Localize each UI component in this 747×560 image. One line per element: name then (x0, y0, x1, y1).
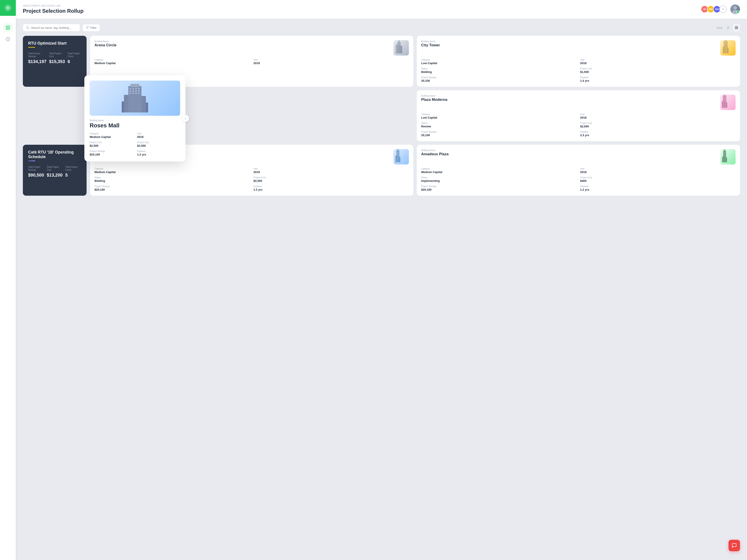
amadeus-category: Category Medium Capital (421, 167, 577, 174)
roses-cost2: Project Cost $2,500 (137, 141, 180, 148)
amadeus-label: Building Name (421, 149, 449, 152)
svg-rect-72 (724, 150, 725, 151)
plaza-savings-value: 20,100 (421, 134, 577, 137)
roses-name: Roses Mall (89, 122, 180, 129)
amadeus-year-value: 2019 (580, 170, 736, 174)
stat-savings-1: Total Project Savings $134,197 (28, 52, 46, 64)
svg-rect-40 (141, 96, 146, 112)
amadeus-status: Status Implementing (421, 176, 577, 183)
sidebar-item-dashboard[interactable] (3, 23, 13, 32)
svg-rect-47 (129, 90, 131, 91)
summary-stats-1: Total Project Savings $134,197 Total Pro… (28, 52, 81, 64)
svg-rect-19 (735, 28, 736, 29)
roses-year-label: Year (137, 132, 180, 135)
svg-rect-37 (128, 86, 141, 112)
plaza-payback: Payback 2.3 yrs (580, 131, 736, 137)
svg-rect-43 (129, 88, 131, 89)
stat-label-savings: Total Project Savings (28, 52, 46, 58)
roses-mall-expanded-card[interactable]: Building Name Roses Mall Category Medium… (84, 75, 185, 161)
search-input-wrap[interactable] (23, 24, 80, 31)
plaza-savings-label: Project Savings (421, 131, 577, 133)
svg-rect-34 (726, 43, 727, 43)
view-toggle: View (716, 24, 740, 31)
east-year-value: 2019 (254, 170, 409, 174)
plaza-label: Building Name (421, 95, 447, 97)
city-details: Category Low Capital Year 2018 Status Bi… (421, 59, 736, 82)
plaza-payback-value: 2.3 yrs (580, 134, 736, 137)
east-cat-value: Medium Capital (95, 170, 250, 174)
grid-view-button[interactable] (733, 24, 740, 31)
svg-rect-64 (397, 149, 399, 151)
plaza-image (720, 95, 736, 110)
svg-rect-75 (723, 153, 724, 153)
svg-rect-26 (399, 43, 400, 44)
chat-button[interactable] (728, 540, 740, 551)
city-cat-value: Low Capital (421, 61, 577, 65)
stat2-label-cost: Total Project Cost (47, 166, 63, 171)
svg-rect-41 (122, 102, 124, 112)
sidebar-item-history[interactable] (3, 34, 13, 44)
amadeus-info: Building Name Amadeus Plaza (421, 149, 449, 156)
plaza-cost-label: Project Cost (580, 122, 736, 124)
svg-rect-17 (735, 26, 736, 27)
user-avatar[interactable] (730, 4, 740, 14)
stat-value-cost: $15,353 (49, 59, 65, 64)
city-image (720, 40, 736, 56)
svg-rect-62 (725, 99, 726, 100)
svg-rect-74 (726, 157, 727, 162)
plaza-moderna-card[interactable]: Building Name Plaza Moderna (417, 90, 740, 141)
svg-rect-52 (132, 93, 134, 94)
amadeus-status-value: Implementing (421, 179, 577, 183)
svg-rect-5 (8, 28, 10, 29)
svg-rect-61 (723, 99, 724, 100)
city-tower-card[interactable]: Building Name City Tower (417, 36, 740, 87)
arena-details: Category Medium Capital Year 2019 (95, 59, 409, 65)
east-status: Status Bidding (95, 176, 250, 183)
stat-count-2: Total Project Count 5 (65, 166, 81, 178)
view-label: View (716, 26, 722, 29)
roses-year: Year 2019 (137, 132, 180, 139)
expand-next-button[interactable]: › (182, 115, 189, 122)
svg-point-9 (27, 27, 29, 29)
roses-savings: Project Savings $20,100 (89, 150, 133, 156)
east-payback: Payback 1.2 yrs (254, 185, 409, 191)
plaza-payback-label: Payback (580, 131, 736, 133)
arena-info: Building Name Arena Circle (95, 40, 117, 48)
svg-rect-77 (723, 154, 724, 155)
svg-rect-38 (130, 84, 139, 87)
plaza-status-label: Status (421, 122, 577, 124)
amadeus-header: Building Name Amadeus Plaza (421, 149, 736, 164)
plaza-year: Year 2018 (580, 113, 736, 119)
stat2-label-count: Total Project Count (65, 166, 81, 171)
svg-point-7 (733, 6, 737, 10)
stat-cost-1: Total Project Cost $15,353 (49, 52, 65, 64)
arena-category-label: Category (95, 59, 250, 61)
list-view-button[interactable] (724, 24, 731, 31)
search-input[interactable] (31, 26, 77, 29)
amadeus-card[interactable]: Building Name Amadeus Plaza (417, 145, 740, 196)
amadeus-payback-label: Payback (580, 185, 736, 188)
header: INVESTMENT DECISION LAB Project Selectio… (16, 0, 747, 19)
city-cost-value: $1,500 (580, 70, 736, 74)
east-payback-label: Payback (254, 185, 409, 188)
svg-rect-68 (398, 152, 399, 153)
svg-rect-60 (725, 97, 726, 98)
summary-title-1: RTU Optimized Start (28, 41, 81, 46)
stat-count-1: Total Project Count 6 (68, 52, 81, 64)
header-right: IN BH DH + (701, 4, 740, 14)
app-logo[interactable] (0, 0, 16, 16)
projects-row-1: RTU Optimized Start Total Project Saving… (23, 36, 740, 87)
east-category: Category Medium Capital (95, 167, 250, 174)
svg-rect-48 (132, 90, 134, 91)
add-member-button[interactable]: + (719, 5, 727, 13)
stat-label-cost: Total Project Cost (49, 52, 65, 58)
svg-rect-49 (135, 90, 137, 91)
plaza-info: Building Name Plaza Moderna (421, 95, 447, 102)
city-cost: Project Cost $1,500 (580, 68, 736, 74)
roses-cost1-value: $2,500 (89, 144, 133, 148)
plaza-year-value: 2018 (580, 116, 736, 119)
filter-button[interactable]: Filter (83, 24, 100, 31)
plaza-status-value: Review (421, 125, 577, 128)
svg-rect-58 (726, 102, 727, 108)
east-cost-label: Project Cost (254, 176, 409, 179)
